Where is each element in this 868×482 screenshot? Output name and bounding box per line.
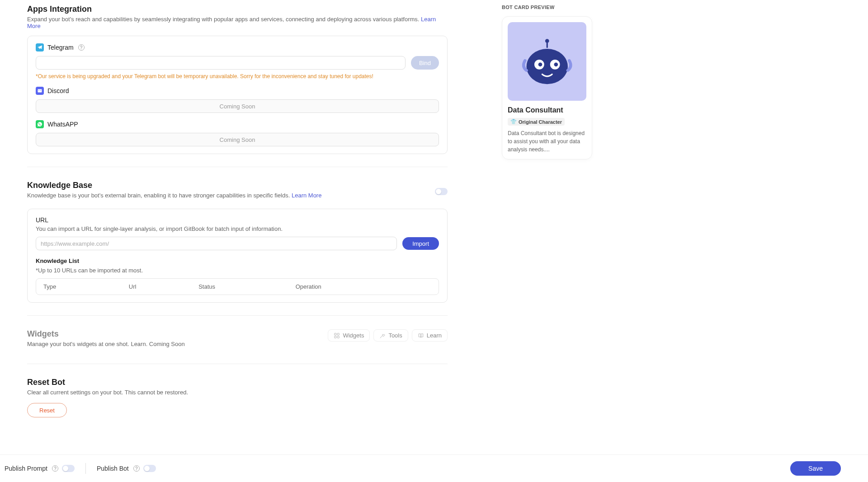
reset-bot-section: Reset Bot Clear all current settings on … [27,378,448,430]
knowledge-base-section: Knowledge Base Knowledge base is your bo… [27,181,448,316]
telegram-warning: *Our service is being upgraded and your … [36,73,439,80]
discord-row: Discord Coming Soon [36,87,439,113]
telegram-input[interactable] [36,56,406,70]
publish-bot-toggle[interactable] [143,465,156,472]
apps-integration-section: Apps Integration Expand your bot's reach… [27,5,448,167]
preview-badge: 👕 Original Character [508,118,565,126]
whatsapp-row: WhatsAPP Coming Soon [36,120,439,146]
preview-label: BOT CARD PREVIEW [502,5,592,10]
publish-prompt-toggle[interactable] [62,465,75,472]
svg-point-9 [554,62,558,66]
preview-name: Data Consultant [508,106,586,114]
publish-prompt-group: Publish Prompt ? [5,465,75,472]
telegram-icon [36,43,44,51]
publish-prompt-help-icon[interactable]: ? [52,465,58,472]
telegram-bind-button[interactable]: Bind [411,56,439,70]
kb-url-desc: You can import a URL for single-layer an… [36,225,439,232]
reset-title: Reset Bot [27,378,448,387]
reset-button[interactable]: Reset [27,403,67,417]
knowledge-base-card: URL You can import a URL for single-laye… [27,209,448,303]
th-status: Status [198,283,296,290]
kb-url-title: URL [36,216,439,224]
widgets-desc: Manage your bot's widgets at one shot. L… [27,341,185,347]
svg-rect-1 [338,333,340,335]
svg-point-4 [545,39,549,43]
knowledge-base-title: Knowledge Base [27,181,321,190]
kb-url-input[interactable] [36,237,397,250]
apps-integration-desc: Expand your bot's reach and capabilities… [27,16,448,29]
th-type: Type [43,283,129,290]
whatsapp-icon [36,120,44,128]
bottom-bar: Publish Prompt ? Publish Bot ? Save [0,454,868,482]
widgets-section: Widgets Manage your bot's widgets at one… [27,329,448,364]
widgets-title: Widgets [27,329,185,339]
learn-icon [418,332,424,339]
discord-coming-soon: Coming Soon [36,99,439,113]
svg-point-8 [538,62,542,66]
th-operation: Operation [296,283,431,290]
publish-bot-help-icon[interactable]: ? [133,465,140,472]
svg-rect-3 [338,336,340,338]
knowledge-base-desc: Knowledge base is your bot's external br… [27,192,321,199]
save-button[interactable]: Save [790,461,841,476]
svg-rect-2 [335,336,336,338]
discord-label: Discord [47,87,69,94]
preview-sidebar: BOT CARD PREVIEW Data Consultant [475,0,601,482]
publish-bot-group: Publish Bot ? [97,465,156,472]
tools-icon [379,332,386,339]
preview-desc: Data Consultant bot is designed to assis… [508,129,586,154]
bot-avatar [508,22,586,101]
learn-button[interactable]: Learn [412,329,448,342]
kb-learn-more-link[interactable]: Learn More [292,192,321,199]
divider [85,463,86,474]
whatsapp-label: WhatsAPP [47,121,78,128]
svg-point-5 [526,49,567,84]
preview-card: Data Consultant 👕 Original Character Dat… [502,16,592,159]
whatsapp-coming-soon: Coming Soon [36,133,439,146]
apps-integration-card: Telegram ? Bind *Our service is being up… [27,36,448,154]
th-url: Url [129,283,198,290]
discord-icon [36,87,44,95]
apps-integration-title: Apps Integration [27,5,448,14]
widgets-button[interactable]: Widgets [328,329,370,342]
telegram-row: Telegram ? Bind *Our service is being up… [36,43,439,80]
badge-icon: 👕 [510,119,517,125]
telegram-help-icon[interactable]: ? [78,44,85,51]
telegram-label: Telegram [47,44,74,51]
kb-list-note: *Up to 10 URLs can be imported at most. [36,267,439,274]
kb-table-header: Type Url Status Operation [36,278,439,295]
knowledge-base-toggle[interactable] [435,188,448,195]
import-button[interactable]: Import [402,237,439,250]
tools-button[interactable]: Tools [373,329,408,342]
kb-list-title: Knowledge List [36,257,439,264]
svg-rect-0 [335,333,336,335]
widgets-icon [334,332,340,339]
reset-desc: Clear all current settings on your bot. … [27,389,448,396]
